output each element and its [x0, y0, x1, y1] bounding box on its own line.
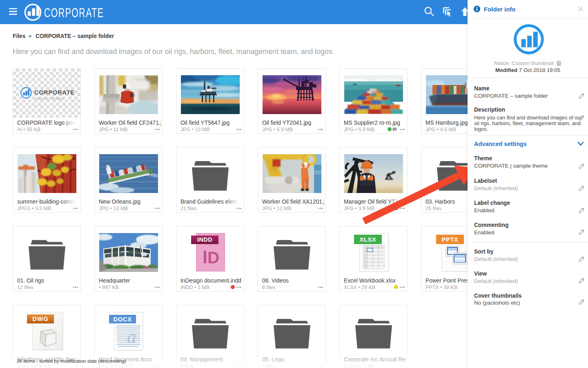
svg-text:a: a	[127, 326, 136, 347]
